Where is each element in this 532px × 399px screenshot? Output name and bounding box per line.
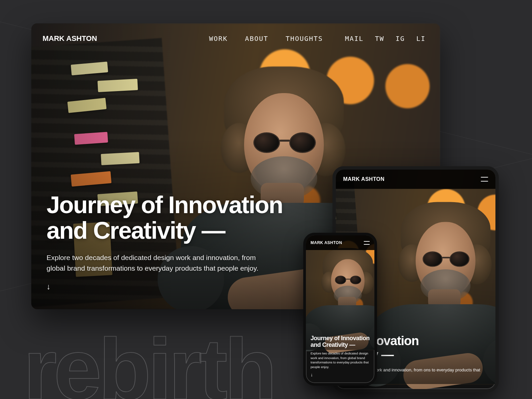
nav-link-work[interactable]: WORK [209, 35, 228, 43]
phone-hero-title: Journey of Innovation and Creativity — [311, 335, 370, 348]
tablet-menu-icon[interactable] [481, 177, 488, 182]
scroll-down-arrow-icon[interactable]: ↓ [47, 282, 51, 291]
background-ghost-word: rebirth [23, 320, 274, 399]
top-nav: MARK ASHTON WORK ABOUT THOUGHTS MAIL TW … [31, 23, 440, 54]
phone-title-line2: and Creativity — [311, 341, 370, 348]
tablet-brand-logo[interactable]: MARK ASHTON [343, 176, 385, 182]
social-mail[interactable]: MAIL [345, 35, 363, 43]
social-li[interactable]: LI [416, 35, 426, 43]
phone-hero-photo [306, 235, 374, 350]
phone-hero-copy: Journey of Innovation and Creativity — E… [311, 335, 370, 378]
social-links: MAIL TW IG LI [341, 35, 429, 43]
social-tw[interactable]: TW [375, 35, 384, 43]
phone-nav: MARK ASHTON [306, 235, 374, 250]
phone-brand-logo[interactable]: MARK ASHTON [311, 240, 342, 245]
social-ig[interactable]: IG [396, 35, 405, 43]
phone-title-line1: Journey of Innovation [311, 335, 370, 342]
nav-link-about[interactable]: ABOUT [245, 35, 268, 43]
phone-mock: MARK ASHTON Journey of Innovation and Cr… [303, 233, 377, 386]
hero-subtitle: Explore two decades of dedicated design … [47, 252, 276, 273]
phone-scroll-down-arrow-icon[interactable]: ↓ [311, 372, 313, 377]
tablet-nav: MARK ASHTON [336, 170, 495, 189]
phone-menu-icon[interactable] [364, 241, 370, 245]
brand-logo[interactable]: MARK ASHTON [43, 34, 97, 43]
nav-link-thoughts[interactable]: THOUGHTS [286, 35, 323, 43]
phone-hero-subtitle: Explore two decades of dedicated design … [311, 351, 370, 369]
